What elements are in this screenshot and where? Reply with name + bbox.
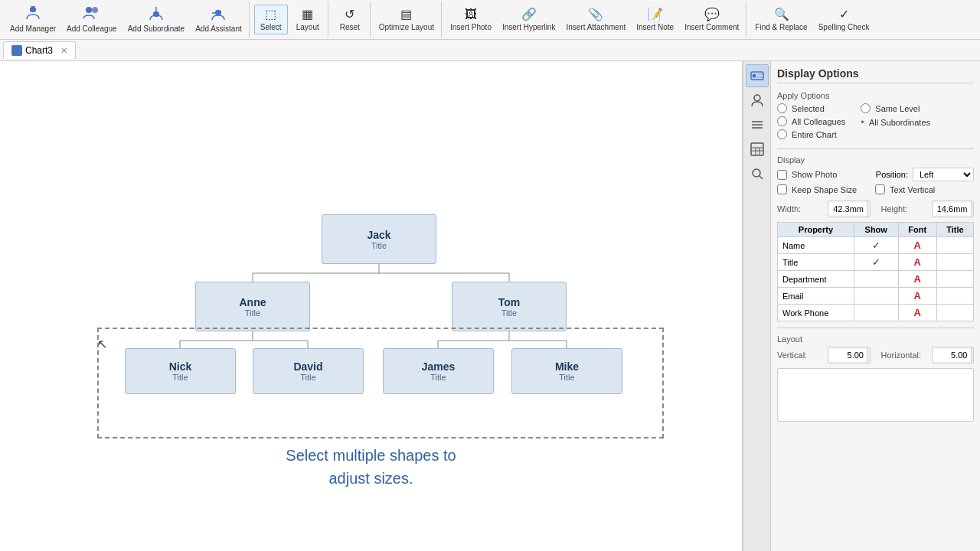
- reset-group: ↺ Reset: [330, 2, 371, 37]
- node-nick-title: Title: [172, 373, 188, 382]
- node-tom[interactable]: Tom Title: [452, 282, 567, 331]
- select-layout-group: ⬚ Select ▦ Layout: [251, 2, 328, 37]
- insert-photo-button[interactable]: 🖼 Insert Photo: [446, 5, 495, 34]
- insert-photo-label: Insert Photo: [450, 23, 492, 32]
- select-label: Select: [260, 23, 282, 32]
- prop-font[interactable]: A: [898, 288, 936, 305]
- horizontal-down-btn[interactable]: ▼: [971, 355, 975, 363]
- vertical-input[interactable]: [828, 349, 867, 361]
- prop-show[interactable]: ✓: [854, 254, 898, 271]
- svg-point-3: [86, 7, 92, 13]
- chart3-tab-close[interactable]: ✕: [60, 46, 67, 56]
- insert-attachment-button[interactable]: 📎 Insert Attachment: [562, 5, 629, 34]
- width-down-btn[interactable]: ▼: [867, 209, 871, 217]
- spelling-check-label: Spelling Check: [818, 23, 870, 32]
- horizontal-input[interactable]: [933, 349, 971, 361]
- reset-button[interactable]: ↺ Reset: [333, 5, 367, 34]
- prop-title[interactable]: [936, 271, 973, 288]
- prop-font[interactable]: A: [898, 254, 936, 271]
- prop-title[interactable]: [936, 237, 973, 254]
- insert-hyperlink-button[interactable]: 🔗 Insert Hyperlink: [498, 5, 559, 34]
- keep-shape-checkbox[interactable]: [777, 184, 787, 194]
- width-label: Width:: [777, 204, 823, 214]
- layout-label: Layout: [296, 23, 319, 32]
- show-photo-row: Show Photo Position: LeftRightTopBottom: [777, 168, 974, 181]
- chart3-tab[interactable]: Chart3 ✕: [3, 41, 76, 59]
- spelling-check-button[interactable]: ✓ Spelling Check: [815, 5, 874, 34]
- prop-font[interactable]: A: [898, 237, 936, 254]
- chart3-tab-icon: [11, 45, 22, 56]
- vertical-down-btn[interactable]: ▼: [867, 355, 871, 363]
- table-row[interactable]: Name ✓ A: [778, 237, 974, 254]
- apply-all-colleagues-radio[interactable]: [777, 116, 787, 126]
- prop-title[interactable]: [936, 288, 973, 305]
- node-mike[interactable]: Mike Title: [511, 348, 622, 394]
- prop-show[interactable]: [854, 305, 898, 321]
- table-row[interactable]: Department A: [778, 271, 974, 288]
- table-row[interactable]: Email A: [778, 288, 974, 305]
- divider2: [777, 328, 974, 328]
- apply-entire-chart-radio[interactable]: [777, 129, 787, 139]
- prop-show[interactable]: ✓: [854, 237, 898, 254]
- node-anne[interactable]: Anne Title: [195, 282, 310, 331]
- list-icon-btn[interactable]: [746, 113, 769, 136]
- optimize-layout-button[interactable]: ▤ Optimize Layout: [375, 5, 438, 34]
- insert-photo-icon: 🖼: [465, 8, 477, 21]
- insert-comment-button[interactable]: 💬 Insert Comment: [681, 5, 743, 34]
- optimize-group: ▤ Optimize Layout: [372, 2, 442, 37]
- prop-font[interactable]: A: [898, 271, 936, 288]
- prop-title[interactable]: [936, 305, 973, 321]
- prop-show[interactable]: [854, 288, 898, 305]
- vertical-up-btn[interactable]: ▲: [867, 347, 871, 355]
- optimize-icon: ▤: [400, 7, 412, 21]
- node-jack[interactable]: Jack Title: [322, 214, 436, 264]
- add-assistant-icon: [211, 6, 226, 23]
- node-james[interactable]: James Title: [383, 348, 494, 394]
- add-assistant-button[interactable]: Add Assistant: [191, 4, 246, 36]
- search-icon-btn[interactable]: [746, 162, 769, 185]
- svg-point-22: [753, 169, 760, 177]
- prop-font[interactable]: A: [898, 305, 936, 321]
- add-colleague-label: Add Colleague: [67, 24, 117, 34]
- apply-selected-radio[interactable]: [777, 103, 787, 113]
- height-up-btn[interactable]: ▲: [971, 201, 975, 209]
- node-nick[interactable]: Nick Title: [125, 348, 236, 394]
- canvas-area[interactable]: Jack Title Anne Title Tom Title Nick Tit…: [0, 61, 743, 551]
- insert-attachment-icon: 📎: [588, 7, 603, 21]
- find-replace-label: Find & Replace: [755, 23, 807, 32]
- table-icon-btn[interactable]: [746, 138, 769, 161]
- insert-hyperlink-icon: 🔗: [521, 7, 537, 21]
- add-subordinate-label: Add Subordinate: [128, 24, 185, 34]
- dimensions-row: Width: ▲ ▼ Height: ▲ ▼: [777, 201, 974, 217]
- text-vertical-checkbox[interactable]: [875, 184, 885, 194]
- display-options-icon-btn[interactable]: [746, 64, 769, 87]
- prop-title[interactable]: [936, 254, 973, 271]
- table-row[interactable]: Title ✓ A: [778, 254, 974, 271]
- add-subordinate-button[interactable]: Add Subordinate: [124, 4, 189, 36]
- height-input[interactable]: [933, 203, 971, 215]
- reset-icon: ↺: [345, 7, 354, 21]
- add-colleague-button[interactable]: Add Colleague: [63, 4, 121, 36]
- show-photo-checkbox[interactable]: [777, 170, 787, 180]
- layout-button[interactable]: ▦ Layout: [291, 5, 325, 34]
- level-same-radio[interactable]: [861, 103, 871, 113]
- insert-note-label: Insert Note: [636, 23, 674, 32]
- layout-fields-row: Vertical: ▲ ▼ Horizontal: ▲ ▼: [777, 347, 974, 364]
- height-down-btn[interactable]: ▼: [971, 209, 975, 217]
- node-james-title: Title: [430, 373, 446, 382]
- find-replace-icon: 🔍: [774, 7, 789, 21]
- node-david[interactable]: David Title: [253, 348, 364, 394]
- level-same-row: Same Level: [861, 103, 930, 113]
- insert-note-button[interactable]: 📝 Insert Note: [632, 5, 678, 34]
- width-input[interactable]: [828, 203, 867, 215]
- prop-show[interactable]: [854, 271, 898, 288]
- width-up-btn[interactable]: ▲: [867, 201, 871, 209]
- select-button[interactable]: ⬚ Select: [254, 5, 288, 34]
- horizontal-up-btn[interactable]: ▲: [971, 347, 975, 355]
- position-select[interactable]: LeftRightTopBottom: [913, 168, 974, 181]
- panel-sidebar: [743, 61, 771, 551]
- person-icon-btn[interactable]: [746, 89, 769, 112]
- table-row[interactable]: Work Phone A: [778, 305, 974, 321]
- find-replace-button[interactable]: 🔍 Find & Replace: [751, 5, 811, 34]
- add-manager-button[interactable]: Add Manager: [6, 4, 60, 36]
